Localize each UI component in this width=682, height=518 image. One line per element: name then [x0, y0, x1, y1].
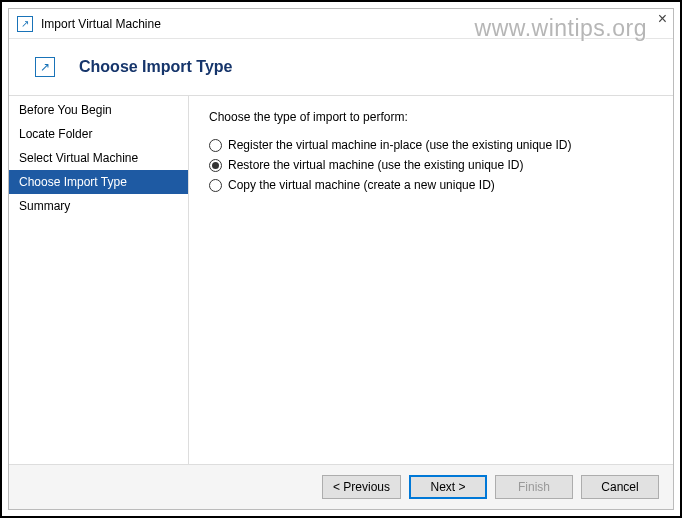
import-vm-icon: ↗	[17, 16, 33, 32]
sidebar-item-choose-import-type[interactable]: Choose Import Type	[9, 170, 188, 194]
instruction-text: Choose the type of import to perform:	[209, 110, 653, 124]
option-copy-vm[interactable]: Copy the virtual machine (create a new u…	[209, 178, 653, 192]
page-header: ↗ Choose Import Type	[9, 39, 673, 95]
titlebar: ↗ Import Virtual Machine ×	[9, 9, 673, 39]
close-icon[interactable]: ×	[658, 11, 667, 27]
window-title: Import Virtual Machine	[41, 17, 161, 31]
sidebar-item-before-you-begin[interactable]: Before You Begin	[9, 98, 188, 122]
radio-icon[interactable]	[209, 159, 222, 172]
radio-icon[interactable]	[209, 179, 222, 192]
option-register-in-place[interactable]: Register the virtual machine in-place (u…	[209, 138, 653, 152]
option-label: Register the virtual machine in-place (u…	[228, 138, 572, 152]
content-area: Before You Begin Locate Folder Select Vi…	[9, 95, 673, 464]
option-label: Restore the virtual machine (use the exi…	[228, 158, 523, 172]
sidebar-item-select-vm[interactable]: Select Virtual Machine	[9, 146, 188, 170]
sidebar-item-summary[interactable]: Summary	[9, 194, 188, 218]
header-icon: ↗	[35, 57, 55, 77]
finish-button: Finish	[495, 475, 573, 499]
previous-button[interactable]: < Previous	[322, 475, 401, 499]
radio-icon[interactable]	[209, 139, 222, 152]
option-restore-vm[interactable]: Restore the virtual machine (use the exi…	[209, 158, 653, 172]
button-bar: < Previous Next > Finish Cancel	[9, 464, 673, 509]
next-button[interactable]: Next >	[409, 475, 487, 499]
sidebar-item-locate-folder[interactable]: Locate Folder	[9, 122, 188, 146]
main-panel: Choose the type of import to perform: Re…	[189, 96, 673, 464]
page-title: Choose Import Type	[79, 58, 233, 76]
wizard-sidebar: Before You Begin Locate Folder Select Vi…	[9, 96, 189, 464]
option-label: Copy the virtual machine (create a new u…	[228, 178, 495, 192]
cancel-button[interactable]: Cancel	[581, 475, 659, 499]
